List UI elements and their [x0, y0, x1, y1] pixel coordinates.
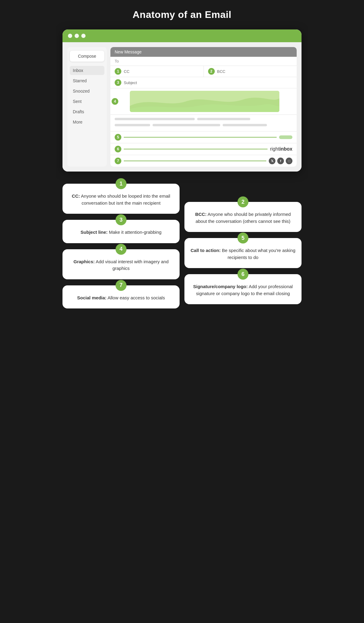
card-3: 3 Subject line: Make it attention-grabbi…: [62, 220, 180, 243]
to-field[interactable]: To: [110, 57, 297, 66]
card-text-2: BCC: Anyone who should be privately info…: [190, 211, 295, 225]
social-line: [124, 161, 266, 161]
card-bold-3: Subject line:: [81, 230, 108, 235]
col-right: 2 BCC: Anyone who should be privately in…: [184, 202, 302, 308]
instagram-icon[interactable]: □: [286, 158, 292, 164]
card-1: 1 CC: Anyone who should be looped into t…: [62, 184, 180, 214]
compose-header: New Message: [110, 47, 297, 57]
col-left: 1 CC: Anyone who should be looped into t…: [62, 184, 180, 308]
cards-container: 1 CC: Anyone who should be looped into t…: [62, 184, 302, 308]
badge-3: 3: [115, 79, 121, 86]
signature-row: 6 rightinbox: [110, 143, 297, 155]
sidebar-item-more[interactable]: More: [70, 117, 104, 127]
card-bold-1: CC:: [72, 193, 80, 199]
badge-4: 4: [112, 98, 118, 105]
card-text-1: CC: Anyone who should be looped into the…: [69, 193, 174, 206]
sig-plain: right: [270, 146, 279, 151]
card-badge-6: 6: [238, 269, 248, 280]
card-bold-4: Graphics:: [73, 259, 95, 264]
cc-bcc-row: 1 CC 2 BCC: [110, 66, 297, 77]
sidebar-item-sent[interactable]: Sent: [70, 97, 104, 106]
graphics-image: [130, 91, 279, 112]
card-7: 7 Social media: Allow easy access to soc…: [62, 285, 180, 309]
card-text-6: Signature/company logo: Add your profess…: [190, 283, 295, 297]
sidebar-item-snoozed[interactable]: Snoozed: [70, 87, 104, 96]
card-bold-6: Signature/company logo:: [193, 284, 248, 289]
twitter-icon[interactable]: 𝕏: [269, 158, 275, 164]
graphics-area: 4: [110, 88, 297, 115]
cc-label: CC: [124, 69, 130, 74]
bcc-field[interactable]: 2 BCC: [204, 66, 297, 77]
badge-5: 5: [115, 134, 121, 141]
card-badge-3: 3: [116, 214, 126, 225]
facebook-icon[interactable]: f: [277, 158, 284, 164]
titlebar: [62, 29, 302, 42]
badge-7: 7: [115, 158, 121, 164]
card-badge-4: 4: [116, 244, 126, 255]
bcc-label: BCC: [217, 69, 225, 74]
cta-line: [124, 137, 277, 138]
card-text-7: Social media: Allow easy access to socia…: [69, 294, 174, 301]
card-bold-5: Call to action:: [190, 248, 221, 253]
window-dot-2: [75, 34, 79, 38]
window-dot-3: [81, 34, 86, 38]
badge-1: 1: [115, 68, 121, 75]
email-mockup: Compose Inbox Starred Snoozed Sent Draft…: [62, 29, 302, 172]
cta-button[interactable]: [279, 135, 292, 139]
card-bold-7: Social media:: [77, 295, 106, 300]
card-body-2: Anyone who should be privately informed …: [196, 212, 291, 224]
sidebar-item-drafts[interactable]: Drafts: [70, 107, 104, 116]
card-2: 2 BCC: Anyone who should be privately in…: [184, 202, 302, 232]
sig-bold: inbox: [279, 146, 292, 151]
card-body-7: Allow easy access to socials: [106, 295, 165, 300]
card-badge-7: 7: [116, 280, 126, 291]
card-text-3: Subject line: Make it attention-grabbing: [69, 229, 174, 236]
signature-text: rightinbox: [270, 146, 292, 152]
badge-6: 6: [115, 146, 121, 152]
sig-line: [124, 149, 268, 149]
card-body-5: Be specific about what you're asking rec…: [221, 248, 295, 260]
cta-row: 5: [110, 131, 297, 143]
sidebar: Compose Inbox Starred Snoozed Sent Draft…: [67, 47, 107, 167]
sidebar-item-starred[interactable]: Starred: [70, 76, 104, 85]
card-badge-1: 1: [116, 178, 126, 189]
card-body-4: Add visual interest with imagery and gra…: [95, 259, 168, 271]
mockup-body: Compose Inbox Starred Snoozed Sent Draft…: [62, 42, 302, 172]
subject-label: Subject: [124, 80, 137, 85]
cc-field[interactable]: 1 CC: [110, 66, 204, 77]
compose-area: New Message To 1 CC 2 BCC 3 Subject: [110, 47, 297, 167]
card-5: 5 Call to action: Be specific about what…: [184, 238, 302, 268]
card-badge-2: 2: [238, 196, 248, 207]
card-text-5: Call to action: Be specific about what y…: [190, 247, 295, 261]
sidebar-item-inbox[interactable]: Inbox: [70, 66, 104, 75]
social-icons-group: 𝕏 f □: [269, 158, 292, 164]
card-body-1: Anyone who should be looped into the ema…: [80, 193, 170, 206]
card-4: 4 Graphics: Add visual interest with ima…: [62, 249, 180, 279]
card-badge-5: 5: [238, 233, 248, 243]
badge-2: 2: [208, 68, 215, 75]
window-dot-1: [68, 34, 72, 38]
compose-button[interactable]: Compose: [70, 51, 104, 62]
card-bold-2: BCC:: [195, 212, 207, 217]
compose-body: [110, 115, 297, 131]
page-title: Anatomy of an Email: [62, 9, 302, 20]
card-text-4: Graphics: Add visual interest with image…: [69, 258, 174, 272]
card-body-3: Make it attention-grabbing: [108, 230, 162, 235]
to-label: To: [115, 59, 119, 63]
social-row: 7 𝕏 f □: [110, 155, 297, 167]
subject-field[interactable]: 3 Subject: [110, 77, 297, 88]
card-6: 6 Signature/company logo: Add your profe…: [184, 274, 302, 304]
